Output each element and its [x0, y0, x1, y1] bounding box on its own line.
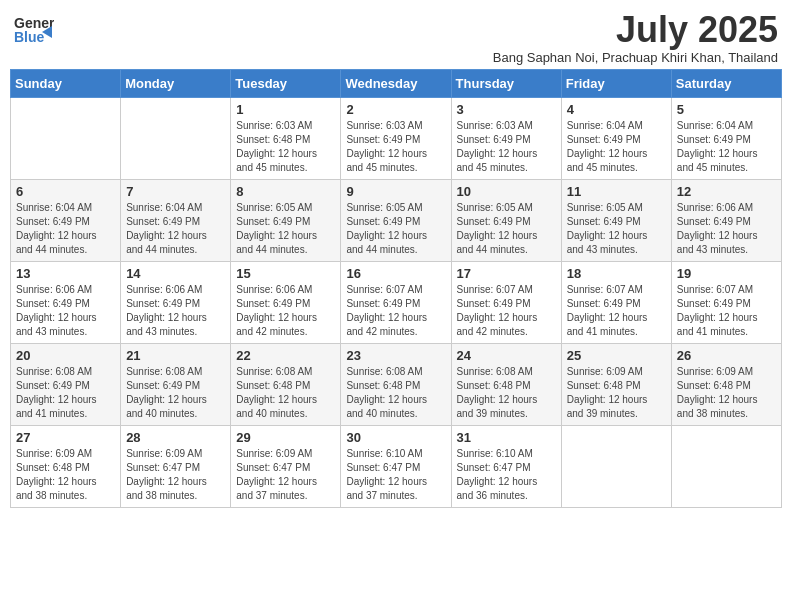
- day-number: 14: [126, 266, 225, 281]
- cell-2-2: 15Sunrise: 6:06 AMSunset: 6:49 PMDayligh…: [231, 261, 341, 343]
- sunset-text: Sunset: 6:47 PM: [236, 461, 335, 475]
- cell-4-0: 27Sunrise: 6:09 AMSunset: 6:48 PMDayligh…: [11, 425, 121, 507]
- day-info: Sunrise: 6:05 AMSunset: 6:49 PMDaylight:…: [236, 201, 335, 257]
- cell-3-4: 24Sunrise: 6:08 AMSunset: 6:48 PMDayligh…: [451, 343, 561, 425]
- day-info: Sunrise: 6:10 AMSunset: 6:47 PMDaylight:…: [457, 447, 556, 503]
- day-number: 30: [346, 430, 445, 445]
- sunset-text: Sunset: 6:49 PM: [457, 297, 556, 311]
- sunrise-text: Sunrise: 6:09 AM: [126, 447, 225, 461]
- sunrise-text: Sunrise: 6:04 AM: [567, 119, 666, 133]
- sunset-text: Sunset: 6:49 PM: [567, 133, 666, 147]
- col-wednesday: Wednesday: [341, 69, 451, 97]
- cell-1-3: 9Sunrise: 6:05 AMSunset: 6:49 PMDaylight…: [341, 179, 451, 261]
- sunrise-text: Sunrise: 6:09 AM: [16, 447, 115, 461]
- sunset-text: Sunset: 6:49 PM: [457, 215, 556, 229]
- daylight-text: Daylight: 12 hours and 41 minutes.: [567, 311, 666, 339]
- sunset-text: Sunset: 6:49 PM: [677, 297, 776, 311]
- day-number: 7: [126, 184, 225, 199]
- cell-2-4: 17Sunrise: 6:07 AMSunset: 6:49 PMDayligh…: [451, 261, 561, 343]
- sunrise-text: Sunrise: 6:08 AM: [236, 365, 335, 379]
- day-number: 29: [236, 430, 335, 445]
- cell-4-1: 28Sunrise: 6:09 AMSunset: 6:47 PMDayligh…: [121, 425, 231, 507]
- daylight-text: Daylight: 12 hours and 43 minutes.: [677, 229, 776, 257]
- day-info: Sunrise: 6:08 AMSunset: 6:48 PMDaylight:…: [346, 365, 445, 421]
- daylight-text: Daylight: 12 hours and 43 minutes.: [567, 229, 666, 257]
- cell-3-1: 21Sunrise: 6:08 AMSunset: 6:49 PMDayligh…: [121, 343, 231, 425]
- week-row-4: 20Sunrise: 6:08 AMSunset: 6:49 PMDayligh…: [11, 343, 782, 425]
- day-number: 3: [457, 102, 556, 117]
- daylight-text: Daylight: 12 hours and 45 minutes.: [567, 147, 666, 175]
- day-info: Sunrise: 6:07 AMSunset: 6:49 PMDaylight:…: [346, 283, 445, 339]
- daylight-text: Daylight: 12 hours and 42 minutes.: [346, 311, 445, 339]
- sunset-text: Sunset: 6:49 PM: [126, 297, 225, 311]
- daylight-text: Daylight: 12 hours and 41 minutes.: [677, 311, 776, 339]
- sunrise-text: Sunrise: 6:09 AM: [567, 365, 666, 379]
- daylight-text: Daylight: 12 hours and 42 minutes.: [457, 311, 556, 339]
- sunset-text: Sunset: 6:49 PM: [677, 215, 776, 229]
- sunset-text: Sunset: 6:48 PM: [457, 379, 556, 393]
- day-number: 4: [567, 102, 666, 117]
- day-info: Sunrise: 6:09 AMSunset: 6:47 PMDaylight:…: [126, 447, 225, 503]
- week-row-3: 13Sunrise: 6:06 AMSunset: 6:49 PMDayligh…: [11, 261, 782, 343]
- sunrise-text: Sunrise: 6:04 AM: [16, 201, 115, 215]
- cell-4-3: 30Sunrise: 6:10 AMSunset: 6:47 PMDayligh…: [341, 425, 451, 507]
- day-info: Sunrise: 6:06 AMSunset: 6:49 PMDaylight:…: [126, 283, 225, 339]
- day-info: Sunrise: 6:03 AMSunset: 6:49 PMDaylight:…: [346, 119, 445, 175]
- day-info: Sunrise: 6:08 AMSunset: 6:49 PMDaylight:…: [126, 365, 225, 421]
- day-number: 11: [567, 184, 666, 199]
- daylight-text: Daylight: 12 hours and 45 minutes.: [457, 147, 556, 175]
- sunset-text: Sunset: 6:47 PM: [126, 461, 225, 475]
- cell-4-2: 29Sunrise: 6:09 AMSunset: 6:47 PMDayligh…: [231, 425, 341, 507]
- daylight-text: Daylight: 12 hours and 40 minutes.: [346, 393, 445, 421]
- sunset-text: Sunset: 6:49 PM: [236, 297, 335, 311]
- daylight-text: Daylight: 12 hours and 45 minutes.: [236, 147, 335, 175]
- header-row: Sunday Monday Tuesday Wednesday Thursday…: [11, 69, 782, 97]
- daylight-text: Daylight: 12 hours and 45 minutes.: [346, 147, 445, 175]
- sunset-text: Sunset: 6:49 PM: [346, 215, 445, 229]
- day-number: 27: [16, 430, 115, 445]
- day-number: 19: [677, 266, 776, 281]
- sunrise-text: Sunrise: 6:05 AM: [236, 201, 335, 215]
- day-info: Sunrise: 6:10 AMSunset: 6:47 PMDaylight:…: [346, 447, 445, 503]
- daylight-text: Daylight: 12 hours and 37 minutes.: [236, 475, 335, 503]
- day-number: 6: [16, 184, 115, 199]
- cell-2-1: 14Sunrise: 6:06 AMSunset: 6:49 PMDayligh…: [121, 261, 231, 343]
- daylight-text: Daylight: 12 hours and 38 minutes.: [677, 393, 776, 421]
- cell-3-6: 26Sunrise: 6:09 AMSunset: 6:48 PMDayligh…: [671, 343, 781, 425]
- daylight-text: Daylight: 12 hours and 36 minutes.: [457, 475, 556, 503]
- sunrise-text: Sunrise: 6:05 AM: [346, 201, 445, 215]
- daylight-text: Daylight: 12 hours and 37 minutes.: [346, 475, 445, 503]
- day-number: 2: [346, 102, 445, 117]
- sunrise-text: Sunrise: 6:06 AM: [16, 283, 115, 297]
- cell-2-6: 19Sunrise: 6:07 AMSunset: 6:49 PMDayligh…: [671, 261, 781, 343]
- cell-0-1: [121, 97, 231, 179]
- sunset-text: Sunset: 6:48 PM: [16, 461, 115, 475]
- sunrise-text: Sunrise: 6:07 AM: [567, 283, 666, 297]
- cell-1-6: 12Sunrise: 6:06 AMSunset: 6:49 PMDayligh…: [671, 179, 781, 261]
- col-saturday: Saturday: [671, 69, 781, 97]
- sunrise-text: Sunrise: 6:03 AM: [346, 119, 445, 133]
- sunrise-text: Sunrise: 6:08 AM: [457, 365, 556, 379]
- page-container: General Blue July 2025 Bang Saphan Noi, …: [10, 10, 782, 508]
- day-info: Sunrise: 6:08 AMSunset: 6:48 PMDaylight:…: [457, 365, 556, 421]
- sunset-text: Sunset: 6:49 PM: [677, 133, 776, 147]
- day-info: Sunrise: 6:04 AMSunset: 6:49 PMDaylight:…: [677, 119, 776, 175]
- sunrise-text: Sunrise: 6:06 AM: [126, 283, 225, 297]
- sunset-text: Sunset: 6:48 PM: [677, 379, 776, 393]
- daylight-text: Daylight: 12 hours and 44 minutes.: [457, 229, 556, 257]
- cell-1-2: 8Sunrise: 6:05 AMSunset: 6:49 PMDaylight…: [231, 179, 341, 261]
- sunset-text: Sunset: 6:49 PM: [236, 215, 335, 229]
- day-number: 15: [236, 266, 335, 281]
- daylight-text: Daylight: 12 hours and 40 minutes.: [236, 393, 335, 421]
- cell-2-0: 13Sunrise: 6:06 AMSunset: 6:49 PMDayligh…: [11, 261, 121, 343]
- sunrise-text: Sunrise: 6:10 AM: [457, 447, 556, 461]
- day-number: 1: [236, 102, 335, 117]
- col-tuesday: Tuesday: [231, 69, 341, 97]
- col-monday: Monday: [121, 69, 231, 97]
- cell-4-5: [561, 425, 671, 507]
- week-row-5: 27Sunrise: 6:09 AMSunset: 6:48 PMDayligh…: [11, 425, 782, 507]
- day-number: 28: [126, 430, 225, 445]
- cell-1-5: 11Sunrise: 6:05 AMSunset: 6:49 PMDayligh…: [561, 179, 671, 261]
- logo-image: General Blue: [14, 10, 54, 54]
- title-section: July 2025 Bang Saphan Noi, Prachuap Khir…: [493, 10, 778, 65]
